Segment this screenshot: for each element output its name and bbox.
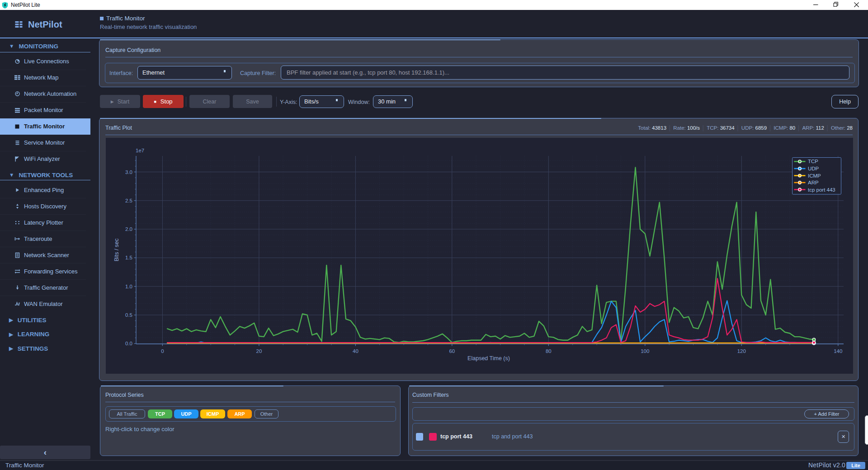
svg-text:0.5: 0.5 xyxy=(125,312,132,318)
svg-text:ICMP: ICMP xyxy=(808,173,821,179)
svg-text:20: 20 xyxy=(256,348,262,354)
svg-text:Elapsed Time (s): Elapsed Time (s) xyxy=(467,355,510,362)
svg-text:80: 80 xyxy=(546,348,552,354)
svg-text:0.0: 0.0 xyxy=(125,341,132,346)
svg-text:40: 40 xyxy=(353,348,359,354)
svg-text:2.0: 2.0 xyxy=(125,226,132,232)
svg-text:120: 120 xyxy=(737,348,746,354)
svg-text:TCP: TCP xyxy=(808,159,818,164)
svg-text:tcp port 443: tcp port 443 xyxy=(808,187,835,193)
svg-text:Bits / sec: Bits / sec xyxy=(113,239,120,262)
svg-text:3.0: 3.0 xyxy=(125,169,132,175)
svg-text:1e7: 1e7 xyxy=(136,148,144,153)
svg-text:100: 100 xyxy=(641,348,649,354)
svg-text:2.5: 2.5 xyxy=(125,198,132,203)
svg-text:60: 60 xyxy=(449,348,455,354)
svg-text:1.0: 1.0 xyxy=(125,284,132,289)
svg-text:0: 0 xyxy=(161,348,164,354)
svg-text:140: 140 xyxy=(834,348,842,354)
svg-text:UDP: UDP xyxy=(808,166,819,171)
svg-text:ARP: ARP xyxy=(808,180,819,185)
svg-text:1.5: 1.5 xyxy=(125,255,132,260)
